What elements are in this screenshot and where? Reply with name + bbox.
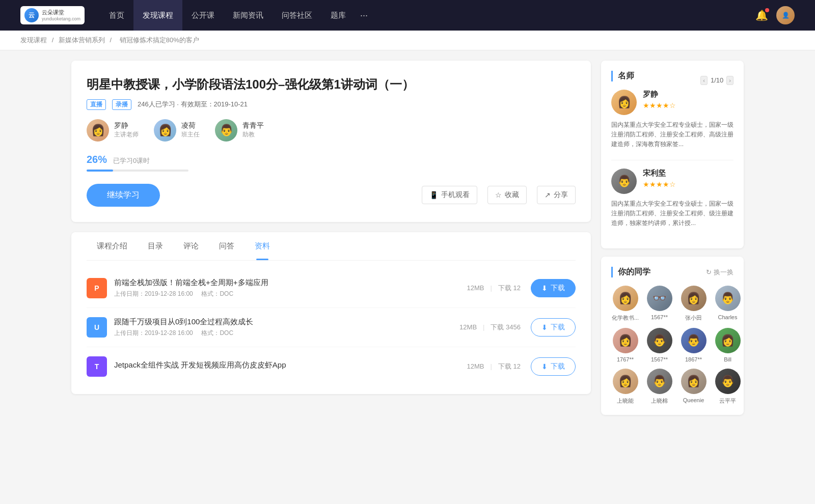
resource-stats-3: 12MB | 下载 12 [467, 362, 521, 371]
breadcrumb-current: 销冠修炼术搞定80%的客户 [120, 36, 199, 44]
classmate-name-1: 化学教书... [611, 314, 639, 322]
tp-avatar-2: 👨 [611, 169, 637, 194]
progress-bar-bg [87, 170, 188, 172]
collect-button[interactable]: ☆ 收藏 [487, 186, 527, 204]
user-avatar-nav[interactable]: 👤 [776, 6, 795, 24]
breadcrumb-series[interactable]: 新媒体营销系列 [59, 36, 105, 44]
teacher-profile-header-2: 👨 宋利坚 ★★★★☆ [611, 169, 734, 194]
nav-home[interactable]: 首页 [100, 0, 133, 31]
format-1: 格式：DOC [201, 290, 233, 297]
divider-2: | [483, 323, 484, 331]
teachers-page-info: 1/10 [711, 76, 723, 84]
teacher-avatar-1: 👩 [87, 119, 109, 142]
teachers-sidebar-card: 名师 ‹ 1/10 › 👩 罗静 ★ [601, 61, 744, 248]
teachers-list: 👩 罗静 主讲老师 👩 凌荷 班主任 [87, 119, 576, 142]
nav-open[interactable]: 公开课 [182, 0, 224, 31]
classmate-10[interactable]: 👨 上晓棉 [645, 369, 673, 405]
sidebar-right: 名师 ‹ 1/10 › 👩 罗静 ★ [601, 61, 744, 423]
classmate-face-6: 👨 [647, 328, 672, 353]
continue-button[interactable]: 继续学习 [87, 184, 160, 207]
classmate-6[interactable]: 👨 1567** [645, 328, 673, 362]
bell-icon[interactable]: 🔔 [755, 9, 768, 21]
download-button-2[interactable]: ⬇ 下载 [531, 318, 576, 337]
tabs-header: 课程介绍 目录 评论 问答 资料 [87, 232, 576, 261]
teacher-role-3: 助教 [242, 130, 264, 139]
classmate-11[interactable]: 👩 Queenie [680, 369, 708, 405]
share-button[interactable]: ↗ 分享 [537, 186, 576, 204]
resource-item: P 前端全栈加强版！前端全栈+全周期+多端应用 上传日期：2019-12-28 … [87, 269, 576, 308]
classmate-avatar-4: 👨 [715, 286, 741, 311]
classmate-face-5: 👩 [613, 328, 638, 353]
logo-icon: 云 [24, 8, 39, 22]
classmate-name-8: Bill [714, 356, 742, 362]
classmate-name-9: 上晓能 [611, 397, 639, 405]
resource-meta-1: 上传日期：2019-12-28 16:00 格式：DOC [114, 290, 467, 298]
resource-icon-1: P [87, 278, 107, 298]
classmate-name-5: 1767** [611, 356, 639, 362]
classmate-3[interactable]: 👩 张小田 [680, 286, 708, 322]
teachers-sidebar-header: 名师 ‹ 1/10 › [611, 71, 734, 90]
classmate-7[interactable]: 👨 1867** [680, 328, 708, 362]
tab-qa[interactable]: 问答 [209, 232, 244, 260]
classmate-8[interactable]: 👩 Bill [714, 328, 742, 362]
classmate-avatar-8: 👩 [715, 328, 741, 353]
classmate-1[interactable]: 👩 化学教书... [611, 286, 639, 322]
classmate-2[interactable]: 👓 1567** [645, 286, 673, 322]
phone-watch-button[interactable]: 📱 手机观看 [422, 186, 477, 204]
downloads-2: 下载 3456 [491, 323, 521, 332]
teachers-next-btn[interactable]: › [726, 76, 734, 85]
teachers-prev-btn[interactable]: ‹ [700, 76, 708, 85]
share-icon: ↗ [545, 191, 551, 199]
download-button-1[interactable]: ⬇ 下载 [531, 279, 576, 297]
nav-questions[interactable]: 题库 [321, 0, 355, 31]
course-title: 明星中教授课，小学阶段语法100分–强化级第1讲动词（一） [87, 76, 576, 93]
teachers-title-text: 名师 [618, 71, 634, 81]
download-button-3[interactable]: ⬇ 下载 [531, 357, 576, 376]
teacher-face-1: 👩 [87, 119, 109, 142]
classmate-4[interactable]: 👨 Charles [714, 286, 742, 322]
classmate-avatar-7: 👨 [681, 328, 707, 353]
download-label-1: 下载 [551, 284, 565, 293]
downloads-1: 下载 12 [498, 284, 521, 293]
refresh-button[interactable]: ↻ 换一换 [706, 268, 734, 277]
tp-stars-2: ★★★★☆ [643, 180, 676, 188]
teacher-info-2: 凌荷 班主任 [181, 121, 200, 139]
size-3: 12MB [467, 362, 484, 370]
teacher-name-2: 凌荷 [181, 121, 200, 130]
content-left: 明星中教授课，小学阶段语法100分–强化级第1讲动词（一） 直播 录播 246人… [71, 61, 591, 423]
refresh-label: 换一换 [714, 268, 734, 277]
classmate-face-4: 👨 [715, 286, 741, 311]
teacher-avatar-3: 👨 [215, 119, 237, 142]
classmate-name-7: 1867** [680, 356, 708, 362]
teacher-info-3: 青青平 助教 [242, 121, 264, 139]
teacher-1: 👩 罗静 主讲老师 [87, 119, 139, 142]
classmate-5[interactable]: 👩 1767** [611, 328, 639, 362]
logo-area[interactable]: 云 云朵课堂 yunduoketang.com [20, 6, 85, 24]
resource-info-2: 跟随千万级项目从0到100全过程高效成长 上传日期：2019-12-28 16:… [114, 317, 459, 338]
nav-qa[interactable]: 问答社区 [273, 0, 321, 31]
nav-more[interactable]: ··· [355, 10, 373, 21]
teacher-name-3: 青青平 [242, 121, 264, 130]
classmate-12[interactable]: 👨 云平平 [714, 369, 742, 405]
nav-news[interactable]: 新闻资讯 [224, 0, 273, 31]
tab-intro[interactable]: 课程介绍 [87, 232, 138, 260]
tab-catalog[interactable]: 目录 [138, 232, 173, 260]
avatar-inner: 👤 [776, 6, 795, 24]
classmate-name-4: Charles [714, 314, 742, 320]
tab-resource[interactable]: 资料 [244, 232, 280, 260]
breadcrumb-discover[interactable]: 发现课程 [20, 36, 47, 44]
badge-live: 直播 [87, 99, 106, 110]
tp-avatar-1: 👩 [611, 90, 637, 115]
download-label-2: 下载 [551, 323, 565, 332]
classmate-face-1: 👩 [613, 286, 638, 311]
teachers-pagination: ‹ 1/10 › [700, 76, 734, 85]
tab-review[interactable]: 评论 [173, 232, 209, 260]
classmate-9[interactable]: 👩 上晓能 [611, 369, 639, 405]
classmate-avatar-6: 👨 [647, 328, 672, 353]
notification-dot [765, 8, 769, 12]
tp-name-1: 罗静 [643, 90, 676, 99]
nav-discover[interactable]: 发现课程 [133, 0, 182, 31]
teacher-info-1: 罗静 主讲老师 [114, 121, 139, 139]
collect-label: 收藏 [505, 190, 519, 200]
classmate-avatar-11: 👩 [681, 369, 707, 394]
